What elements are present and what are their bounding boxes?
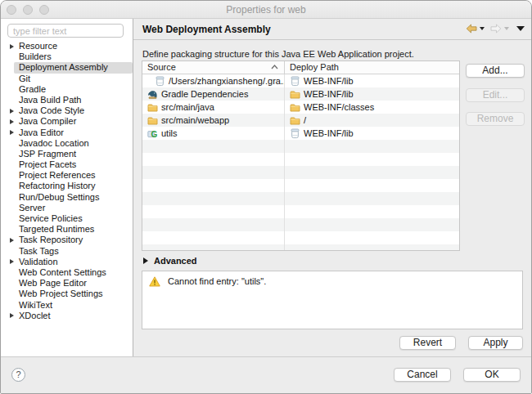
- sidebar-item-jsp-fragment[interactable]: JSP Fragment: [1, 149, 133, 159]
- source-text: /Users/zhangxiansheng/.gra...: [169, 76, 285, 86]
- sidebar-item-refactoring-history[interactable]: Refactoring History: [1, 181, 133, 191]
- ok-button[interactable]: OK: [463, 368, 521, 382]
- expand-arrow-icon[interactable]: [10, 130, 14, 135]
- folder-icon: [147, 102, 158, 113]
- sidebar-item-run-debug-settings[interactable]: Run/Debug Settings: [1, 192, 133, 203]
- table-row[interactable]: src/main/java WEB-INF/classes: [142, 101, 459, 114]
- sidebar-item-label: WikiText: [19, 300, 52, 311]
- sidebar-item-xdoclet[interactable]: XDoclet: [1, 311, 133, 321]
- filter-input[interactable]: [7, 24, 124, 38]
- table-row[interactable]: src/main/webapp /: [142, 114, 459, 127]
- sidebar-item-task-tags[interactable]: Task Tags: [1, 246, 133, 257]
- deploy-path-cell[interactable]: WEB-INF/lib: [285, 127, 459, 140]
- sidebar-item-deployment-assembly[interactable]: Deployment Assembly: [1, 62, 133, 73]
- expand-arrow-icon[interactable]: [10, 259, 14, 264]
- sidebar-item-label: Web Project Settings: [19, 289, 103, 299]
- table-empty-row: [142, 244, 459, 251]
- sidebar-item-task-repository[interactable]: Task Repository: [1, 235, 133, 245]
- apply-button[interactable]: Apply: [468, 336, 523, 350]
- view-menu-icon[interactable]: [516, 26, 525, 31]
- properties-dialog: Properties for web ResourceBuildersDeplo…: [0, 0, 532, 394]
- expand-arrow-icon[interactable]: [10, 238, 14, 243]
- source-cell[interactable]: src/main/java: [142, 101, 285, 114]
- sidebar-item-java-code-style[interactable]: Java Code Style: [1, 105, 133, 116]
- empty-deploy-cell: [285, 166, 459, 179]
- sidebar-item-project-references[interactable]: Project References: [1, 170, 133, 181]
- sidebar-item-web-content-settings[interactable]: Web Content Settings: [1, 267, 133, 278]
- column-header-deploy-path[interactable]: Deploy Path: [285, 61, 459, 74]
- sidebar-item-java-compiler[interactable]: Java Compiler: [1, 116, 133, 127]
- deploy-path-cell[interactable]: /: [285, 114, 459, 127]
- sidebar-item-label: Task Tags: [19, 246, 59, 257]
- remove-button[interactable]: Remove: [466, 112, 525, 126]
- dialog-footer: ? Cancel OK: [1, 356, 531, 393]
- source-cell[interactable]: G utils: [142, 127, 285, 140]
- expand-arrow-icon[interactable]: [10, 313, 14, 318]
- table-row[interactable]: Gradle Dependencies WEB-INF/lib: [142, 87, 459, 101]
- sidebar-item-java-editor[interactable]: Java Editor: [1, 128, 133, 138]
- jar-icon: [290, 76, 300, 87]
- source-text: src/main/java: [161, 102, 214, 112]
- sidebar-item-label: Java Code Style: [19, 105, 84, 116]
- forward-arrow-icon[interactable]: [490, 24, 502, 34]
- empty-deploy-cell: [285, 140, 459, 153]
- table-row[interactable]: G utils WEB-INF/lib: [142, 127, 459, 140]
- sidebar-item-label: Task Repository: [19, 235, 83, 245]
- empty-deploy-cell: [285, 205, 459, 218]
- sidebar-item-label: Java Build Path: [19, 95, 81, 105]
- sidebar-item-javadoc-location[interactable]: Javadoc Location: [1, 138, 133, 149]
- jar-icon: [290, 128, 300, 139]
- revert-button[interactable]: Revert: [399, 336, 456, 350]
- sidebar-item-server[interactable]: Server: [1, 203, 133, 213]
- expand-arrow-icon[interactable]: [10, 119, 14, 124]
- sidebar-item-web-page-editor[interactable]: Web Page Editor: [1, 278, 133, 289]
- gradle-icon: [147, 89, 158, 100]
- warning-message: Cannot find entry: "utils".: [168, 276, 266, 286]
- sidebar-item-web-project-settings[interactable]: Web Project Settings: [1, 289, 133, 299]
- source-cell[interactable]: /Users/zhangxiansheng/.gra...: [142, 74, 285, 87]
- properties-sidebar: ResourceBuildersDeployment AssemblyGitGr…: [1, 19, 133, 356]
- deploy-path-cell[interactable]: WEB-INF/lib: [285, 74, 459, 87]
- empty-source-cell: [142, 231, 285, 244]
- add-button[interactable]: Add...: [466, 64, 525, 78]
- sidebar-item-project-facets[interactable]: Project Facets: [1, 159, 133, 170]
- sidebar-item-label: JSP Fragment: [19, 149, 76, 159]
- table-row[interactable]: /Users/zhangxiansheng/.gra... WEB-INF/li…: [142, 74, 459, 87]
- deploy-path-cell[interactable]: WEB-INF/classes: [285, 101, 459, 114]
- empty-source-cell: [142, 140, 285, 153]
- advanced-expand-icon: [143, 257, 148, 264]
- sidebar-item-resource[interactable]: Resource: [1, 41, 133, 51]
- edit-button[interactable]: Edit...: [466, 88, 525, 102]
- expand-arrow-icon[interactable]: [10, 44, 14, 49]
- help-button[interactable]: ?: [11, 368, 25, 382]
- sidebar-item-label: Web Content Settings: [19, 267, 106, 278]
- empty-source-cell: [142, 218, 285, 231]
- sidebar-item-label: Service Policies: [19, 213, 83, 224]
- sidebar-item-targeted-runtimes[interactable]: Targeted Runtimes: [1, 224, 133, 235]
- back-history-dropdown-icon[interactable]: [480, 27, 485, 30]
- sidebar-item-service-policies[interactable]: Service Policies: [1, 213, 133, 224]
- forward-history-dropdown-icon[interactable]: [504, 27, 509, 30]
- back-arrow-icon[interactable]: [466, 24, 477, 34]
- folder-icon: [290, 102, 300, 113]
- advanced-label: Advanced: [154, 256, 197, 266]
- source-cell[interactable]: Gradle Dependencies: [142, 87, 285, 101]
- column-header-source[interactable]: Source: [142, 61, 285, 74]
- sidebar-item-validation[interactable]: Validation: [1, 257, 133, 267]
- sidebar-item-git[interactable]: Git: [1, 74, 133, 84]
- deploy-path-cell[interactable]: WEB-INF/lib: [285, 87, 459, 101]
- sidebar-item-gradle[interactable]: Gradle: [1, 84, 133, 95]
- sidebar-item-builders[interactable]: Builders: [1, 51, 133, 62]
- sidebar-item-java-build-path[interactable]: Java Build Path: [1, 95, 133, 105]
- problems-box: Cannot find entry: "utils".: [142, 271, 523, 329]
- cancel-button[interactable]: Cancel: [394, 368, 451, 382]
- empty-source-cell: [142, 205, 285, 218]
- expand-arrow-icon[interactable]: [10, 109, 14, 114]
- source-cell[interactable]: src/main/webapp: [142, 114, 285, 127]
- sidebar-item-label: Resource: [19, 41, 57, 51]
- empty-source-cell: [142, 166, 285, 179]
- sidebar-item-wikitext[interactable]: WikiText: [1, 300, 133, 311]
- table-empty-row: [142, 140, 459, 153]
- window-title: Properties for web: [1, 1, 531, 19]
- advanced-section-toggle[interactable]: Advanced: [143, 256, 197, 266]
